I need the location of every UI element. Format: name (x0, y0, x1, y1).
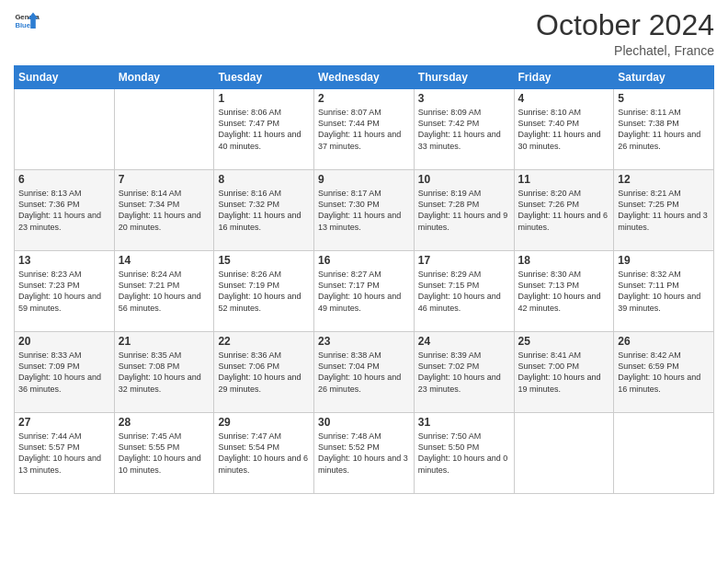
calendar-cell: 22Sunrise: 8:36 AM Sunset: 7:06 PM Dayli… (214, 332, 314, 413)
week-row-1: 1Sunrise: 8:06 AM Sunset: 7:47 PM Daylig… (15, 89, 714, 170)
calendar-cell: 17Sunrise: 8:29 AM Sunset: 7:15 PM Dayli… (414, 251, 514, 332)
calendar-cell: 28Sunrise: 7:45 AM Sunset: 5:55 PM Dayli… (114, 413, 214, 494)
day-content: Sunrise: 8:17 AM Sunset: 7:30 PM Dayligh… (318, 188, 410, 233)
calendar-cell: 26Sunrise: 8:42 AM Sunset: 6:59 PM Dayli… (614, 332, 714, 413)
day-number: 10 (418, 173, 510, 186)
day-number: 23 (318, 335, 410, 348)
day-content: Sunrise: 8:07 AM Sunset: 7:44 PM Dayligh… (318, 107, 410, 152)
day-content: Sunrise: 8:30 AM Sunset: 7:13 PM Dayligh… (518, 269, 610, 314)
header-day-monday: Monday (114, 66, 214, 89)
day-content: Sunrise: 8:23 AM Sunset: 7:23 PM Dayligh… (18, 269, 110, 314)
day-number: 12 (618, 173, 710, 186)
calendar-cell: 7Sunrise: 8:14 AM Sunset: 7:34 PM Daylig… (114, 170, 214, 251)
calendar-cell: 23Sunrise: 8:38 AM Sunset: 7:04 PM Dayli… (314, 332, 415, 413)
day-content: Sunrise: 8:36 AM Sunset: 7:06 PM Dayligh… (218, 350, 310, 395)
month-title: October 2024 (536, 9, 714, 41)
day-content: Sunrise: 7:44 AM Sunset: 5:57 PM Dayligh… (18, 431, 110, 476)
calendar-cell: 12Sunrise: 8:21 AM Sunset: 7:25 PM Dayli… (614, 170, 714, 251)
day-content: Sunrise: 8:16 AM Sunset: 7:32 PM Dayligh… (218, 188, 310, 233)
logo: General Blue (14, 9, 40, 35)
day-content: Sunrise: 8:26 AM Sunset: 7:19 PM Dayligh… (218, 269, 310, 314)
day-number: 21 (119, 335, 210, 348)
svg-text:Blue: Blue (15, 21, 30, 29)
day-number: 6 (18, 173, 110, 186)
calendar-cell: 24Sunrise: 8:39 AM Sunset: 7:02 PM Dayli… (414, 332, 514, 413)
calendar-cell: 18Sunrise: 8:30 AM Sunset: 7:13 PM Dayli… (514, 251, 614, 332)
day-number: 18 (518, 254, 610, 267)
day-number: 11 (518, 173, 610, 186)
calendar-cell: 9Sunrise: 8:17 AM Sunset: 7:30 PM Daylig… (314, 170, 415, 251)
calendar-cell: 31Sunrise: 7:50 AM Sunset: 5:50 PM Dayli… (414, 413, 514, 494)
header-day-sunday: Sunday (15, 66, 115, 89)
day-content: Sunrise: 8:38 AM Sunset: 7:04 PM Dayligh… (318, 350, 410, 395)
day-number: 9 (318, 173, 410, 186)
calendar-cell (514, 413, 614, 494)
day-content: Sunrise: 8:29 AM Sunset: 7:15 PM Dayligh… (418, 269, 510, 314)
calendar-cell: 1Sunrise: 8:06 AM Sunset: 7:47 PM Daylig… (214, 89, 314, 170)
day-content: Sunrise: 8:32 AM Sunset: 7:11 PM Dayligh… (618, 269, 710, 314)
calendar-cell: 16Sunrise: 8:27 AM Sunset: 7:17 PM Dayli… (314, 251, 415, 332)
calendar-cell: 29Sunrise: 7:47 AM Sunset: 5:54 PM Dayli… (214, 413, 314, 494)
header-day-thursday: Thursday (414, 66, 514, 89)
day-content: Sunrise: 7:50 AM Sunset: 5:50 PM Dayligh… (418, 431, 510, 476)
day-number: 5 (618, 92, 710, 105)
header-row: SundayMondayTuesdayWednesdayThursdayFrid… (15, 66, 714, 89)
day-content: Sunrise: 8:24 AM Sunset: 7:21 PM Dayligh… (119, 269, 210, 314)
calendar-cell: 3Sunrise: 8:09 AM Sunset: 7:42 PM Daylig… (414, 89, 514, 170)
day-number: 1 (218, 92, 310, 105)
day-number: 26 (618, 335, 710, 348)
day-content: Sunrise: 8:19 AM Sunset: 7:28 PM Dayligh… (418, 188, 510, 233)
day-content: Sunrise: 8:09 AM Sunset: 7:42 PM Dayligh… (418, 107, 510, 152)
day-content: Sunrise: 8:41 AM Sunset: 7:00 PM Dayligh… (518, 350, 610, 395)
header-day-saturday: Saturday (614, 66, 714, 89)
header-day-tuesday: Tuesday (214, 66, 314, 89)
calendar-cell (614, 413, 714, 494)
calendar-cell: 8Sunrise: 8:16 AM Sunset: 7:32 PM Daylig… (214, 170, 314, 251)
day-number: 8 (218, 173, 310, 186)
calendar-page: General Blue October 2024 Plechatel, Fra… (0, 0, 728, 563)
day-number: 14 (119, 254, 210, 267)
day-number: 3 (418, 92, 510, 105)
location-title: Plechatel, France (536, 43, 714, 58)
week-row-5: 27Sunrise: 7:44 AM Sunset: 5:57 PM Dayli… (15, 413, 714, 494)
day-number: 29 (218, 416, 310, 429)
day-number: 25 (518, 335, 610, 348)
day-content: Sunrise: 8:10 AM Sunset: 7:40 PM Dayligh… (518, 107, 610, 152)
day-content: Sunrise: 8:42 AM Sunset: 6:59 PM Dayligh… (618, 350, 710, 395)
day-content: Sunrise: 8:13 AM Sunset: 7:36 PM Dayligh… (18, 188, 110, 233)
calendar-cell: 4Sunrise: 8:10 AM Sunset: 7:40 PM Daylig… (514, 89, 614, 170)
day-number: 7 (119, 173, 210, 186)
calendar-cell: 30Sunrise: 7:48 AM Sunset: 5:52 PM Dayli… (314, 413, 415, 494)
calendar-cell: 14Sunrise: 8:24 AM Sunset: 7:21 PM Dayli… (114, 251, 214, 332)
calendar-cell: 19Sunrise: 8:32 AM Sunset: 7:11 PM Dayli… (614, 251, 714, 332)
day-number: 13 (18, 254, 110, 267)
day-number: 27 (18, 416, 110, 429)
day-number: 20 (18, 335, 110, 348)
day-content: Sunrise: 8:39 AM Sunset: 7:02 PM Dayligh… (418, 350, 510, 395)
calendar-cell: 6Sunrise: 8:13 AM Sunset: 7:36 PM Daylig… (15, 170, 115, 251)
week-row-4: 20Sunrise: 8:33 AM Sunset: 7:09 PM Dayli… (15, 332, 714, 413)
calendar-cell: 11Sunrise: 8:20 AM Sunset: 7:26 PM Dayli… (514, 170, 614, 251)
day-number: 19 (618, 254, 710, 267)
day-number: 30 (318, 416, 410, 429)
calendar-table: SundayMondayTuesdayWednesdayThursdayFrid… (14, 65, 714, 494)
day-content: Sunrise: 8:11 AM Sunset: 7:38 PM Dayligh… (618, 107, 710, 152)
calendar-cell: 15Sunrise: 8:26 AM Sunset: 7:19 PM Dayli… (214, 251, 314, 332)
header-day-friday: Friday (514, 66, 614, 89)
page-header: General Blue October 2024 Plechatel, Fra… (14, 9, 714, 58)
day-number: 16 (318, 254, 410, 267)
header-day-wednesday: Wednesday (314, 66, 415, 89)
day-number: 15 (218, 254, 310, 267)
day-number: 2 (318, 92, 410, 105)
calendar-cell (15, 89, 115, 170)
day-number: 31 (418, 416, 510, 429)
calendar-cell: 27Sunrise: 7:44 AM Sunset: 5:57 PM Dayli… (15, 413, 115, 494)
calendar-cell: 5Sunrise: 8:11 AM Sunset: 7:38 PM Daylig… (614, 89, 714, 170)
week-row-2: 6Sunrise: 8:13 AM Sunset: 7:36 PM Daylig… (15, 170, 714, 251)
day-number: 17 (418, 254, 510, 267)
day-number: 22 (218, 335, 310, 348)
day-content: Sunrise: 7:48 AM Sunset: 5:52 PM Dayligh… (318, 431, 410, 476)
title-block: October 2024 Plechatel, France (536, 9, 714, 58)
calendar-cell: 25Sunrise: 8:41 AM Sunset: 7:00 PM Dayli… (514, 332, 614, 413)
logo-icon: General Blue (14, 9, 40, 35)
